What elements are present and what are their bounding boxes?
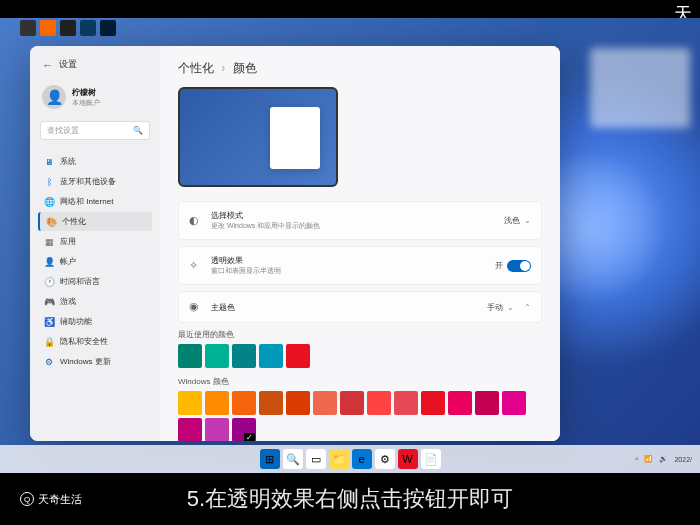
- nav-item-个性化[interactable]: 🎨个性化: [38, 212, 152, 231]
- window-title: 设置: [59, 58, 77, 71]
- nav-icon: 🔒: [44, 337, 54, 347]
- taskbar-app[interactable]: ⚙: [375, 449, 395, 469]
- taskbar-app[interactable]: 🔍: [283, 449, 303, 469]
- nav-item-时间和语言[interactable]: 🕐时间和语言: [38, 272, 152, 291]
- settings-window: ← 设置 👤 柠檬树 本地账户 查找设置 🔍 🖥系统ᛒ蓝牙和其他设备🌐网络和 I…: [30, 46, 560, 441]
- color-swatch[interactable]: [286, 391, 310, 415]
- tray-volume-icon[interactable]: 🔊: [659, 455, 668, 463]
- nav-item-系统[interactable]: 🖥系统: [38, 152, 152, 171]
- breadcrumb: 个性化 › 颜色: [178, 60, 542, 77]
- wm-logo-icon: Q: [20, 492, 34, 506]
- breadcrumb-parent[interactable]: 个性化: [178, 61, 214, 75]
- tray-chevron-icon[interactable]: ^: [635, 456, 638, 463]
- color-swatch[interactable]: [232, 344, 256, 368]
- color-swatch[interactable]: [205, 418, 229, 441]
- color-swatch[interactable]: [502, 391, 526, 415]
- nav-icon: ⚙: [44, 357, 54, 367]
- nav-icon: 🌐: [44, 197, 54, 207]
- subtitle-caption: 5.在透明效果右侧点击按钮开即可: [187, 484, 513, 514]
- color-swatch[interactable]: [178, 418, 202, 441]
- color-swatch[interactable]: [205, 344, 229, 368]
- sidebar: ← 设置 👤 柠檬树 本地账户 查找设置 🔍 🖥系统ᛒ蓝牙和其他设备🌐网络和 I…: [30, 46, 160, 441]
- nav-icon: 🖥: [44, 157, 54, 167]
- search-icon: 🔍: [133, 126, 143, 135]
- desktop: ← 设置 👤 柠檬树 本地账户 查找设置 🔍 🖥系统ᛒ蓝牙和其他设备🌐网络和 I…: [0, 18, 700, 473]
- color-swatch[interactable]: [232, 418, 256, 441]
- color-swatch[interactable]: [259, 344, 283, 368]
- nav-item-隐私和安全性[interactable]: 🔒隐私和安全性: [38, 332, 152, 351]
- watermark-bottom-left: Q 天奇生活: [20, 492, 82, 507]
- setting-control[interactable]: 浅色⌄: [504, 215, 531, 226]
- setting-icon: ✧: [189, 259, 203, 273]
- tray-wifi-icon[interactable]: 📶: [644, 455, 653, 463]
- nav-icon: 🎮: [44, 297, 54, 307]
- user-sub: 本地账户: [72, 98, 100, 108]
- user-row[interactable]: 👤 柠檬树 本地账户: [38, 79, 152, 115]
- tray-date[interactable]: 2022/: [674, 456, 692, 463]
- nav-item-游戏[interactable]: 🎮游戏: [38, 292, 152, 311]
- nav-icon: 🎨: [46, 217, 56, 227]
- taskbar-app[interactable]: ⊞: [260, 449, 280, 469]
- setting-control[interactable]: 手动⌄⌃: [487, 302, 531, 313]
- taskbar-app[interactable]: W: [398, 449, 418, 469]
- nav-item-Windows 更新[interactable]: ⚙Windows 更新: [38, 352, 152, 371]
- color-swatch[interactable]: [475, 391, 499, 415]
- window-title-row: ← 设置: [38, 54, 152, 75]
- search-input[interactable]: 查找设置 🔍: [40, 121, 150, 140]
- nav-icon: 👤: [44, 257, 54, 267]
- taskbar-app[interactable]: ▭: [306, 449, 326, 469]
- color-swatch[interactable]: [313, 391, 337, 415]
- taskbar-apps: ⊞🔍▭📁e⚙W📄: [260, 449, 441, 469]
- breadcrumb-current: 颜色: [233, 61, 257, 75]
- recent-colors-grid: [178, 344, 542, 368]
- setting-主题色[interactable]: ◉主题色手动⌄⌃: [178, 291, 542, 323]
- color-swatch[interactable]: [448, 391, 472, 415]
- taskbar-app[interactable]: e: [352, 449, 372, 469]
- color-swatch[interactable]: [367, 391, 391, 415]
- taskbar-app[interactable]: 📄: [421, 449, 441, 469]
- taskbar-right[interactable]: ^ 📶 🔊 2022/: [635, 455, 692, 463]
- nav-item-帐户[interactable]: 👤帐户: [38, 252, 152, 271]
- back-icon[interactable]: ←: [42, 59, 53, 71]
- nav-item-网络和 Internet[interactable]: 🌐网络和 Internet: [38, 192, 152, 211]
- color-swatch[interactable]: [286, 344, 310, 368]
- color-swatch[interactable]: [232, 391, 256, 415]
- setting-control[interactable]: 开: [495, 260, 531, 272]
- nav-icon: 🕐: [44, 277, 54, 287]
- nav-icon: ᛒ: [44, 177, 54, 187]
- blurred-region: [590, 48, 690, 128]
- nav-list: 🖥系统ᛒ蓝牙和其他设备🌐网络和 Internet🎨个性化▦应用👤帐户🕐时间和语言…: [38, 152, 152, 371]
- caption-bar: Q 天奇生活 5.在透明效果右侧点击按钮开即可: [0, 473, 700, 525]
- content-area: 个性化 › 颜色 ◐选择模式更改 Windows 和应用中显示的颜色浅色⌄✧透明…: [160, 46, 560, 441]
- desktop-top-icons: [0, 18, 700, 40]
- setting-透明效果[interactable]: ✧透明效果窗口和表面显示半透明开: [178, 246, 542, 285]
- taskbar-app[interactable]: 📁: [329, 449, 349, 469]
- taskbar: ⊞🔍▭📁e⚙W📄 ^ 📶 🔊 2022/: [0, 445, 700, 473]
- setting-icon: ◉: [189, 300, 203, 314]
- recent-colors-label: 最近使用的颜色: [178, 329, 542, 340]
- avatar: 👤: [42, 85, 66, 109]
- color-swatch[interactable]: [178, 344, 202, 368]
- user-name: 柠檬树: [72, 87, 100, 98]
- nav-icon: ▦: [44, 237, 54, 247]
- setting-选择模式[interactable]: ◐选择模式更改 Windows 和应用中显示的颜色浅色⌄: [178, 201, 542, 240]
- color-swatch[interactable]: [394, 391, 418, 415]
- color-swatch[interactable]: [340, 391, 364, 415]
- color-swatch[interactable]: [259, 391, 283, 415]
- setting-icon: ◐: [189, 214, 203, 228]
- nav-item-蓝牙和其他设备[interactable]: ᛒ蓝牙和其他设备: [38, 172, 152, 191]
- nav-item-辅助功能[interactable]: ♿辅助功能: [38, 312, 152, 331]
- nav-icon: ♿: [44, 317, 54, 327]
- toggle-switch[interactable]: [507, 260, 531, 272]
- color-swatch[interactable]: [421, 391, 445, 415]
- color-swatch[interactable]: [178, 391, 202, 415]
- windows-colors-grid: [178, 391, 542, 441]
- nav-item-应用[interactable]: ▦应用: [38, 232, 152, 251]
- windows-colors-label: Windows 颜色: [178, 376, 542, 387]
- color-preview: [178, 87, 338, 187]
- color-swatch[interactable]: [205, 391, 229, 415]
